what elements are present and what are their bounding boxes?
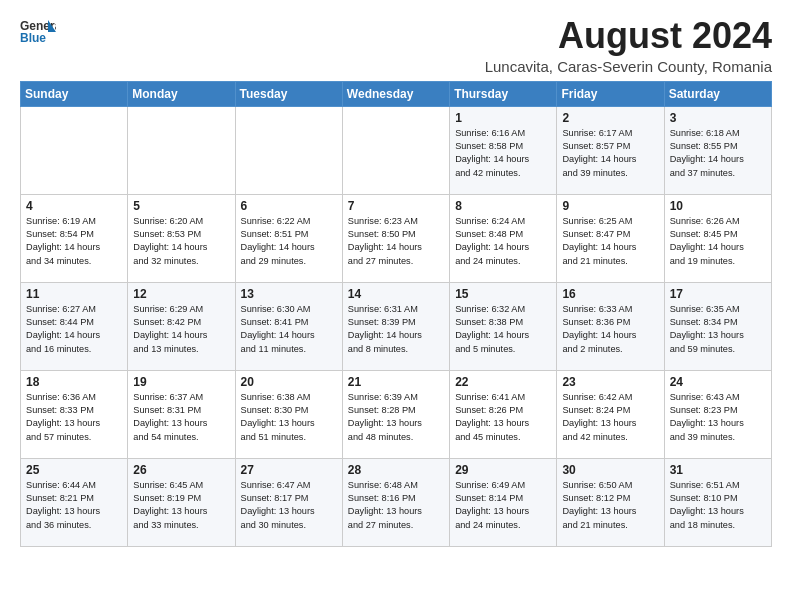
calendar-cell: [235, 106, 342, 194]
day-number: 4: [26, 199, 122, 213]
day-info: Sunrise: 6:20 AM Sunset: 8:53 PM Dayligh…: [133, 215, 229, 268]
calendar-cell: 25Sunrise: 6:44 AM Sunset: 8:21 PM Dayli…: [21, 458, 128, 546]
calendar-cell: 9Sunrise: 6:25 AM Sunset: 8:47 PM Daylig…: [557, 194, 664, 282]
calendar-cell: 10Sunrise: 6:26 AM Sunset: 8:45 PM Dayli…: [664, 194, 771, 282]
day-info: Sunrise: 6:31 AM Sunset: 8:39 PM Dayligh…: [348, 303, 444, 356]
calendar-cell: 15Sunrise: 6:32 AM Sunset: 8:38 PM Dayli…: [450, 282, 557, 370]
calendar-cell: 13Sunrise: 6:30 AM Sunset: 8:41 PM Dayli…: [235, 282, 342, 370]
calendar-week-0: 1Sunrise: 6:16 AM Sunset: 8:58 PM Daylig…: [21, 106, 772, 194]
calendar-cell: 11Sunrise: 6:27 AM Sunset: 8:44 PM Dayli…: [21, 282, 128, 370]
day-number: 17: [670, 287, 766, 301]
calendar-cell: [21, 106, 128, 194]
calendar-cell: 27Sunrise: 6:47 AM Sunset: 8:17 PM Dayli…: [235, 458, 342, 546]
day-number: 3: [670, 111, 766, 125]
day-info: Sunrise: 6:36 AM Sunset: 8:33 PM Dayligh…: [26, 391, 122, 444]
day-number: 5: [133, 199, 229, 213]
day-info: Sunrise: 6:23 AM Sunset: 8:50 PM Dayligh…: [348, 215, 444, 268]
title-location: Luncavita, Caras-Severin County, Romania: [485, 58, 772, 75]
col-header-friday: Friday: [557, 81, 664, 106]
calendar-cell: 21Sunrise: 6:39 AM Sunset: 8:28 PM Dayli…: [342, 370, 449, 458]
calendar-cell: 22Sunrise: 6:41 AM Sunset: 8:26 PM Dayli…: [450, 370, 557, 458]
calendar-cell: 6Sunrise: 6:22 AM Sunset: 8:51 PM Daylig…: [235, 194, 342, 282]
day-info: Sunrise: 6:45 AM Sunset: 8:19 PM Dayligh…: [133, 479, 229, 532]
day-info: Sunrise: 6:50 AM Sunset: 8:12 PM Dayligh…: [562, 479, 658, 532]
page: General Blue August 2024 Luncavita, Cara…: [0, 0, 792, 563]
calendar-header-row: SundayMondayTuesdayWednesdayThursdayFrid…: [21, 81, 772, 106]
day-number: 23: [562, 375, 658, 389]
day-info: Sunrise: 6:16 AM Sunset: 8:58 PM Dayligh…: [455, 127, 551, 180]
calendar-cell: 14Sunrise: 6:31 AM Sunset: 8:39 PM Dayli…: [342, 282, 449, 370]
day-info: Sunrise: 6:19 AM Sunset: 8:54 PM Dayligh…: [26, 215, 122, 268]
calendar-week-4: 25Sunrise: 6:44 AM Sunset: 8:21 PM Dayli…: [21, 458, 772, 546]
calendar-cell: 5Sunrise: 6:20 AM Sunset: 8:53 PM Daylig…: [128, 194, 235, 282]
logo: General Blue: [20, 16, 56, 44]
day-number: 29: [455, 463, 551, 477]
day-number: 7: [348, 199, 444, 213]
calendar-cell: 24Sunrise: 6:43 AM Sunset: 8:23 PM Dayli…: [664, 370, 771, 458]
calendar: SundayMondayTuesdayWednesdayThursdayFrid…: [20, 81, 772, 547]
calendar-cell: 20Sunrise: 6:38 AM Sunset: 8:30 PM Dayli…: [235, 370, 342, 458]
day-number: 22: [455, 375, 551, 389]
header: General Blue August 2024 Luncavita, Cara…: [20, 16, 772, 75]
calendar-cell: 2Sunrise: 6:17 AM Sunset: 8:57 PM Daylig…: [557, 106, 664, 194]
col-header-saturday: Saturday: [664, 81, 771, 106]
day-info: Sunrise: 6:42 AM Sunset: 8:24 PM Dayligh…: [562, 391, 658, 444]
calendar-cell: 31Sunrise: 6:51 AM Sunset: 8:10 PM Dayli…: [664, 458, 771, 546]
calendar-week-3: 18Sunrise: 6:36 AM Sunset: 8:33 PM Dayli…: [21, 370, 772, 458]
day-number: 11: [26, 287, 122, 301]
day-number: 9: [562, 199, 658, 213]
day-info: Sunrise: 6:35 AM Sunset: 8:34 PM Dayligh…: [670, 303, 766, 356]
day-number: 26: [133, 463, 229, 477]
svg-text:Blue: Blue: [20, 31, 46, 44]
col-header-monday: Monday: [128, 81, 235, 106]
day-number: 31: [670, 463, 766, 477]
calendar-cell: 23Sunrise: 6:42 AM Sunset: 8:24 PM Dayli…: [557, 370, 664, 458]
calendar-week-1: 4Sunrise: 6:19 AM Sunset: 8:54 PM Daylig…: [21, 194, 772, 282]
day-number: 1: [455, 111, 551, 125]
calendar-cell: 28Sunrise: 6:48 AM Sunset: 8:16 PM Dayli…: [342, 458, 449, 546]
col-header-tuesday: Tuesday: [235, 81, 342, 106]
day-info: Sunrise: 6:25 AM Sunset: 8:47 PM Dayligh…: [562, 215, 658, 268]
calendar-cell: 19Sunrise: 6:37 AM Sunset: 8:31 PM Dayli…: [128, 370, 235, 458]
day-info: Sunrise: 6:33 AM Sunset: 8:36 PM Dayligh…: [562, 303, 658, 356]
day-number: 18: [26, 375, 122, 389]
col-header-wednesday: Wednesday: [342, 81, 449, 106]
day-info: Sunrise: 6:18 AM Sunset: 8:55 PM Dayligh…: [670, 127, 766, 180]
day-info: Sunrise: 6:17 AM Sunset: 8:57 PM Dayligh…: [562, 127, 658, 180]
day-number: 21: [348, 375, 444, 389]
calendar-cell: 1Sunrise: 6:16 AM Sunset: 8:58 PM Daylig…: [450, 106, 557, 194]
day-info: Sunrise: 6:43 AM Sunset: 8:23 PM Dayligh…: [670, 391, 766, 444]
calendar-week-2: 11Sunrise: 6:27 AM Sunset: 8:44 PM Dayli…: [21, 282, 772, 370]
day-info: Sunrise: 6:39 AM Sunset: 8:28 PM Dayligh…: [348, 391, 444, 444]
day-number: 8: [455, 199, 551, 213]
day-number: 28: [348, 463, 444, 477]
day-number: 12: [133, 287, 229, 301]
logo-icon: General Blue: [20, 16, 56, 44]
day-info: Sunrise: 6:51 AM Sunset: 8:10 PM Dayligh…: [670, 479, 766, 532]
day-info: Sunrise: 6:32 AM Sunset: 8:38 PM Dayligh…: [455, 303, 551, 356]
day-number: 14: [348, 287, 444, 301]
day-info: Sunrise: 6:30 AM Sunset: 8:41 PM Dayligh…: [241, 303, 337, 356]
day-number: 2: [562, 111, 658, 125]
calendar-cell: 16Sunrise: 6:33 AM Sunset: 8:36 PM Dayli…: [557, 282, 664, 370]
calendar-cell: 3Sunrise: 6:18 AM Sunset: 8:55 PM Daylig…: [664, 106, 771, 194]
day-number: 19: [133, 375, 229, 389]
day-info: Sunrise: 6:49 AM Sunset: 8:14 PM Dayligh…: [455, 479, 551, 532]
calendar-cell: 18Sunrise: 6:36 AM Sunset: 8:33 PM Dayli…: [21, 370, 128, 458]
day-number: 30: [562, 463, 658, 477]
day-number: 27: [241, 463, 337, 477]
day-info: Sunrise: 6:37 AM Sunset: 8:31 PM Dayligh…: [133, 391, 229, 444]
day-number: 20: [241, 375, 337, 389]
day-number: 24: [670, 375, 766, 389]
day-number: 15: [455, 287, 551, 301]
day-info: Sunrise: 6:41 AM Sunset: 8:26 PM Dayligh…: [455, 391, 551, 444]
day-number: 16: [562, 287, 658, 301]
day-number: 25: [26, 463, 122, 477]
title-month: August 2024: [485, 16, 772, 56]
calendar-cell: 7Sunrise: 6:23 AM Sunset: 8:50 PM Daylig…: [342, 194, 449, 282]
calendar-cell: 4Sunrise: 6:19 AM Sunset: 8:54 PM Daylig…: [21, 194, 128, 282]
calendar-cell: 29Sunrise: 6:49 AM Sunset: 8:14 PM Dayli…: [450, 458, 557, 546]
day-info: Sunrise: 6:24 AM Sunset: 8:48 PM Dayligh…: [455, 215, 551, 268]
calendar-cell: 12Sunrise: 6:29 AM Sunset: 8:42 PM Dayli…: [128, 282, 235, 370]
day-info: Sunrise: 6:38 AM Sunset: 8:30 PM Dayligh…: [241, 391, 337, 444]
